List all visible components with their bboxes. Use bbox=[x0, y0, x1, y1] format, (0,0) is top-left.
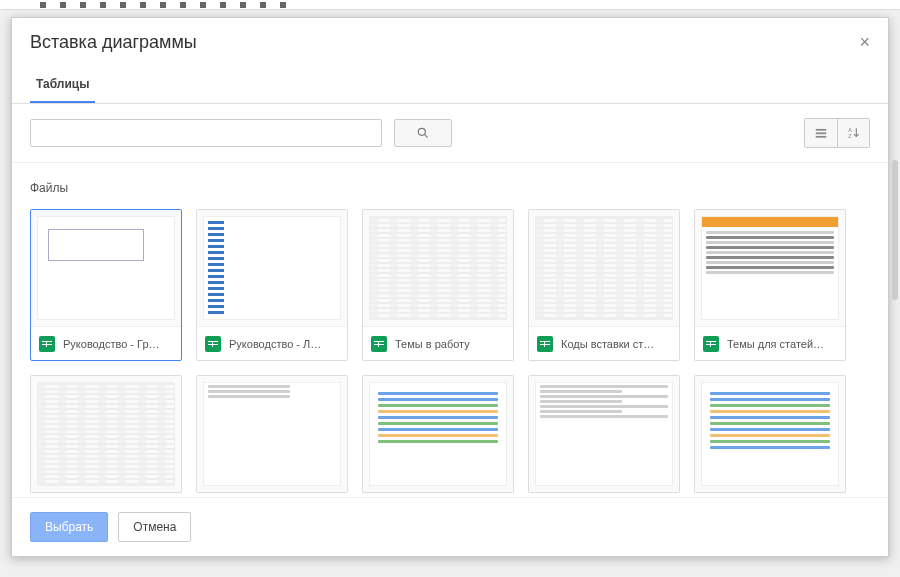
editor-toolbar bbox=[0, 0, 900, 10]
file-card[interactable]: Темы в работу bbox=[362, 209, 514, 361]
file-name: Коды вставки ст… bbox=[561, 338, 654, 350]
file-thumbnail bbox=[31, 376, 181, 492]
list-view-button[interactable] bbox=[805, 119, 837, 147]
dialog-header: Вставка диаграммы × bbox=[12, 18, 888, 61]
dialog-title: Вставка диаграммы bbox=[30, 32, 870, 53]
svg-text:A: A bbox=[848, 127, 852, 133]
file-thumbnail bbox=[695, 376, 845, 492]
file-thumbnail bbox=[363, 376, 513, 492]
file-thumbnail bbox=[363, 210, 513, 326]
file-card[interactable]: Руководство - Л… bbox=[196, 209, 348, 361]
file-name: Руководство - Л… bbox=[229, 338, 321, 350]
file-card[interactable] bbox=[528, 375, 680, 493]
file-thumbnail bbox=[695, 210, 845, 326]
search-input[interactable] bbox=[30, 119, 382, 147]
picker-tabs: Таблицы bbox=[12, 67, 888, 104]
svg-rect-4 bbox=[816, 136, 827, 138]
file-card[interactable] bbox=[30, 375, 182, 493]
sheets-icon bbox=[371, 336, 387, 352]
sheets-icon bbox=[703, 336, 719, 352]
files-section-label: Файлы bbox=[30, 181, 870, 195]
file-name: Темы в работу bbox=[395, 338, 470, 350]
scrollbar-thumb[interactable] bbox=[892, 160, 898, 300]
sheets-icon bbox=[205, 336, 221, 352]
file-card[interactable] bbox=[694, 375, 846, 493]
file-thumbnail bbox=[529, 210, 679, 326]
close-button[interactable]: × bbox=[859, 32, 870, 53]
svg-text:Z: Z bbox=[848, 133, 852, 139]
file-name: Темы для статей… bbox=[727, 338, 824, 350]
sheets-icon bbox=[537, 336, 553, 352]
file-name: Руководство - Гр… bbox=[63, 338, 160, 350]
file-thumbnail bbox=[197, 376, 347, 492]
tab-sheets[interactable]: Таблицы bbox=[30, 67, 95, 103]
files-grid: Руководство - Гр… Руководство - Л… Темы … bbox=[30, 209, 870, 493]
file-card[interactable]: Коды вставки ст… bbox=[528, 209, 680, 361]
svg-point-0 bbox=[418, 128, 425, 135]
svg-line-1 bbox=[424, 134, 427, 137]
file-card[interactable]: Темы для статей… bbox=[694, 209, 846, 361]
svg-rect-3 bbox=[816, 132, 827, 134]
file-scroll-area[interactable]: Файлы Руководство - Гр… Руководство - Л… bbox=[12, 163, 888, 497]
file-card[interactable] bbox=[196, 375, 348, 493]
select-button[interactable]: Выбрать bbox=[30, 512, 108, 542]
search-row: AZ bbox=[12, 104, 888, 163]
file-card[interactable]: Руководство - Гр… bbox=[30, 209, 182, 361]
sheets-icon bbox=[39, 336, 55, 352]
file-card[interactable] bbox=[362, 375, 514, 493]
search-icon bbox=[416, 126, 430, 140]
search-button[interactable] bbox=[394, 119, 452, 147]
file-thumbnail bbox=[31, 210, 181, 326]
sort-button[interactable]: AZ bbox=[837, 119, 869, 147]
list-icon bbox=[814, 126, 828, 140]
file-thumbnail bbox=[197, 210, 347, 326]
cancel-button[interactable]: Отмена bbox=[118, 512, 191, 542]
insert-chart-dialog: Вставка диаграммы × Таблицы AZ Файлы bbox=[11, 17, 889, 557]
file-thumbnail bbox=[529, 376, 679, 492]
sort-az-icon: AZ bbox=[846, 126, 862, 140]
view-controls: AZ bbox=[804, 118, 870, 148]
svg-rect-2 bbox=[816, 129, 827, 131]
dialog-footer: Выбрать Отмена bbox=[12, 497, 888, 556]
